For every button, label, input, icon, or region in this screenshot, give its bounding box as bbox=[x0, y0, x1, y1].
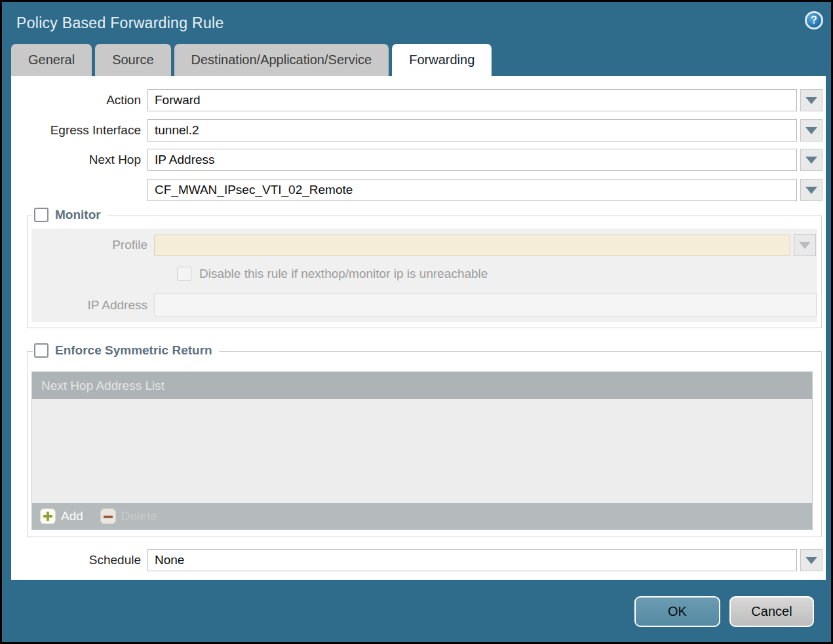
profile-input bbox=[154, 235, 790, 256]
dialog-title: Policy Based Forwarding Rule bbox=[16, 14, 224, 32]
monitor-fieldset: Monitor Profile Disable this rule if nex… bbox=[27, 216, 822, 328]
next-hop-address-row bbox=[11, 179, 826, 201]
dialog-window: Policy Based Forwarding Rule ? General S… bbox=[2, 2, 831, 642]
dialog-footer: OK Cancel bbox=[2, 580, 831, 642]
chevron-down-icon bbox=[805, 127, 817, 134]
tab-destination-application-service[interactable]: Destination/Application/Service bbox=[174, 44, 389, 76]
chevron-down-icon bbox=[805, 157, 817, 164]
monitor-legend-label: Monitor bbox=[55, 208, 101, 222]
next-hop-type-input[interactable] bbox=[147, 149, 797, 171]
add-button-label: Add bbox=[61, 509, 83, 523]
next-hop-row: Next Hop bbox=[11, 149, 826, 171]
symmetric-return-checkbox[interactable] bbox=[34, 343, 48, 358]
tab-source[interactable]: Source bbox=[95, 44, 170, 76]
next-hop-address-input[interactable] bbox=[147, 179, 797, 201]
egress-interface-row: Egress Interface bbox=[11, 119, 826, 142]
title-bar: Policy Based Forwarding Rule ? bbox=[2, 2, 831, 44]
tab-general[interactable]: General bbox=[11, 44, 92, 76]
action-input[interactable] bbox=[147, 89, 797, 111]
action-label: Action bbox=[11, 93, 141, 107]
next-hop-label: Next Hop bbox=[11, 153, 141, 167]
schedule-dropdown-button[interactable] bbox=[800, 549, 823, 571]
monitor-ip-label: IP Address bbox=[31, 298, 147, 313]
tab-bar: General Source Destination/Application/S… bbox=[2, 44, 831, 76]
plus-icon bbox=[40, 508, 56, 524]
monitor-checkbox[interactable] bbox=[34, 208, 48, 222]
disable-rule-row: Disable this rule if nexthop/monitor ip … bbox=[177, 267, 817, 281]
tab-content: Action Egress Interface Next Hop bbox=[11, 76, 826, 580]
delete-button-label: Delete bbox=[121, 509, 157, 523]
schedule-input[interactable] bbox=[147, 549, 797, 571]
egress-interface-dropdown-button[interactable] bbox=[800, 119, 823, 142]
monitor-ip-input bbox=[154, 294, 817, 316]
delete-button: Delete bbox=[100, 508, 157, 524]
next-hop-address-list-body[interactable] bbox=[32, 399, 812, 503]
profile-dropdown-button bbox=[794, 234, 816, 256]
schedule-label: Schedule bbox=[11, 553, 141, 567]
next-hop-address-list-header: Next Hop Address List bbox=[32, 372, 812, 399]
symmetric-return-legend: Enforce Symmetric Return bbox=[33, 343, 219, 358]
profile-row: Profile bbox=[31, 234, 817, 256]
cancel-button[interactable]: Cancel bbox=[729, 596, 814, 627]
monitor-panel: Profile Disable this rule if nexthop/mon… bbox=[31, 229, 817, 322]
help-icon[interactable]: ? bbox=[805, 11, 823, 29]
symmetric-return-legend-label: Enforce Symmetric Return bbox=[55, 343, 212, 358]
action-row: Action bbox=[11, 89, 826, 111]
next-hop-address-list-toolbar: Add Delete bbox=[32, 503, 812, 529]
next-hop-address-table: Next Hop Address List Add Delete bbox=[31, 371, 813, 530]
monitor-legend: Monitor bbox=[33, 208, 107, 222]
action-dropdown-button[interactable] bbox=[800, 89, 823, 111]
monitor-ip-row: IP Address bbox=[31, 294, 817, 316]
chevron-down-icon bbox=[805, 187, 817, 194]
disable-rule-checkbox bbox=[177, 267, 191, 281]
minus-icon bbox=[100, 508, 116, 524]
disable-rule-label: Disable this rule if nexthop/monitor ip … bbox=[199, 267, 488, 281]
profile-label: Profile bbox=[31, 238, 147, 252]
next-hop-type-dropdown-button[interactable] bbox=[800, 149, 823, 171]
add-button[interactable]: Add bbox=[40, 508, 83, 524]
tab-forwarding[interactable]: Forwarding bbox=[392, 44, 492, 76]
chevron-down-icon bbox=[805, 557, 817, 564]
schedule-row: Schedule bbox=[11, 549, 826, 571]
chevron-down-icon bbox=[799, 242, 811, 249]
egress-interface-input[interactable] bbox=[147, 119, 797, 142]
symmetric-return-fieldset: Enforce Symmetric Return Next Hop Addres… bbox=[27, 351, 822, 537]
egress-interface-label: Egress Interface bbox=[11, 123, 141, 138]
chevron-down-icon bbox=[805, 97, 817, 104]
ok-button[interactable]: OK bbox=[634, 596, 720, 627]
next-hop-address-dropdown-button[interactable] bbox=[800, 179, 823, 201]
